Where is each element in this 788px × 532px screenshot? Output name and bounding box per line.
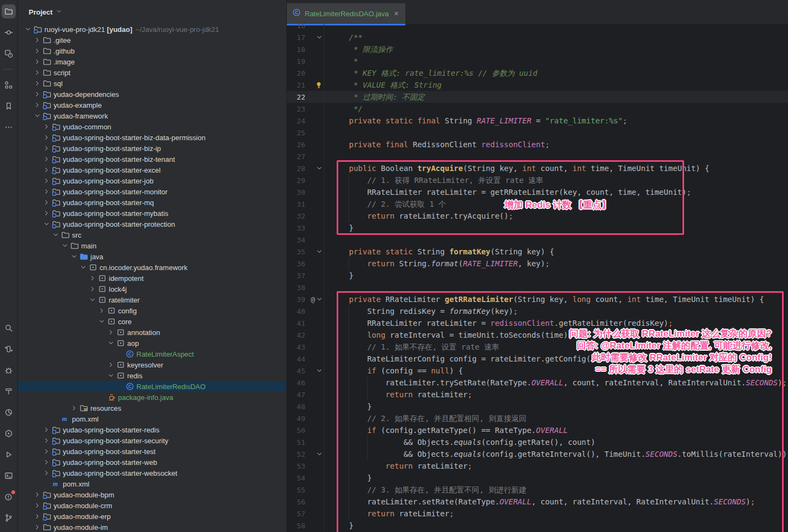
chevron-right-icon[interactable] <box>32 524 42 530</box>
chevron-right-icon[interactable] <box>42 437 51 444</box>
tree-item[interactable]: yudao-spring-boot-starter-biz-data-permi… <box>18 132 286 143</box>
code-line[interactable]: 17 /** <box>287 31 788 43</box>
tree-item[interactable]: ratelimiter <box>18 294 286 305</box>
code-line[interactable]: 19 * <box>287 55 788 67</box>
tree-item[interactable]: yudao-spring-boot-starter-websocket <box>18 468 286 478</box>
tree-item[interactable]: yudao-common <box>18 121 286 132</box>
code-line[interactable]: 18 * 限流操作 <box>287 43 788 55</box>
chevron-down-icon[interactable] <box>106 340 115 346</box>
tree-item[interactable]: .gitee <box>18 35 286 45</box>
tree-item[interactable]: main <box>18 240 286 251</box>
run-anything-icon[interactable] <box>2 342 16 356</box>
code-line[interactable]: 48 } <box>287 400 788 412</box>
tree-item[interactable]: keyresolver <box>18 359 286 370</box>
chevron-right-icon[interactable] <box>88 275 97 281</box>
code-line[interactable]: 39@ private RRateLimiter getRRateLimiter… <box>287 293 788 305</box>
chevron-right-icon[interactable] <box>32 48 42 54</box>
code-line[interactable]: 21 * VALUE 格式: String <box>287 79 788 91</box>
code-line[interactable]: 31 // 2. 尝试获取 1 个 <box>287 198 788 210</box>
tree-item[interactable]: yudao-spring-boot-starter-test <box>18 446 286 457</box>
code-line[interactable]: 38 <box>287 281 788 293</box>
tree-item[interactable]: java <box>18 251 286 262</box>
chevron-right-icon[interactable] <box>42 459 51 465</box>
chevron-right-icon[interactable] <box>97 307 106 314</box>
chevron-right-icon[interactable] <box>69 405 78 411</box>
tree-item[interactable]: yudao-spring-boot-starter-security <box>18 435 286 446</box>
code-editor[interactable]: 1617 /**18 * 限流操作19 *20 * KEY 格式: rate_l… <box>287 24 788 532</box>
chevron-down-icon[interactable] <box>69 253 78 260</box>
chevron-right-icon[interactable] <box>42 426 51 433</box>
structure-icon[interactable] <box>2 78 16 92</box>
tree-item[interactable]: resources <box>18 403 286 413</box>
tree-item[interactable]: yudao-spring-boot-starter-biz-ip <box>18 143 286 154</box>
commit-icon[interactable] <box>2 25 16 40</box>
tree-item[interactable]: aop <box>18 338 286 349</box>
tree-item[interactable]: mpom.xml <box>18 413 286 424</box>
chevron-right-icon[interactable] <box>32 502 42 509</box>
services-icon[interactable] <box>2 426 16 441</box>
chevron-right-icon[interactable] <box>42 178 51 184</box>
tree-item[interactable]: script <box>18 67 286 78</box>
fold-icon[interactable] <box>307 451 324 457</box>
code-line[interactable]: 29 // 1. 获得 RRateLimiter, 并设置 rate 速率 <box>287 174 788 186</box>
code-line[interactable]: 40 String redisKey = formatKey(key); <box>287 305 788 317</box>
fold-icon[interactable] <box>307 165 324 172</box>
code-line[interactable]: 47 return rateLimiter; <box>287 389 788 400</box>
tree-item[interactable]: yudao-spring-boot-starter-protection <box>18 219 286 229</box>
code-line[interactable]: 41 RRateLimiter rateLimiter = redissonCl… <box>287 317 788 329</box>
terminal-icon[interactable] <box>2 469 16 483</box>
code-line[interactable]: 25 <box>287 127 788 139</box>
code-line[interactable]: 42 long rateInterval = timeUnit.toSecond… <box>287 329 788 341</box>
fold-icon[interactable]: @ <box>307 295 324 304</box>
code-line[interactable]: 50 if (config.getRateType() == RateType.… <box>287 424 788 436</box>
profiler-icon[interactable] <box>2 405 16 419</box>
code-line[interactable]: 53 return rateLimiter; <box>287 460 788 472</box>
code-line[interactable]: 22 * 过期时间: 不固定 <box>287 91 788 103</box>
chevron-down-icon[interactable] <box>23 26 32 32</box>
intention-bulb-icon[interactable] <box>307 81 324 89</box>
code-line[interactable]: 20 * KEY 格式: rate_limiter:%s // 参数为 uuid <box>287 67 788 79</box>
code-line[interactable]: 35 private static String formatKey(Strin… <box>287 246 788 258</box>
fold-icon[interactable] <box>307 34 324 41</box>
chevron-right-icon[interactable] <box>32 91 42 97</box>
chevron-right-icon[interactable] <box>42 167 51 173</box>
tree-item[interactable]: sql <box>18 78 286 89</box>
code-line[interactable]: 52 && Objects.equals(config.getRateInter… <box>287 448 788 460</box>
chevron-down-icon[interactable] <box>88 297 97 303</box>
code-line[interactable]: 26 private final RedissonClient redisson… <box>287 139 788 150</box>
code-line[interactable]: 45 if (config == null) { <box>287 365 788 377</box>
chevron-right-icon[interactable] <box>32 58 42 65</box>
chevron-right-icon[interactable] <box>106 329 115 336</box>
bookmarks-icon[interactable] <box>2 99 16 113</box>
more-tool-windows-icon[interactable] <box>2 120 16 134</box>
chevron-right-icon[interactable] <box>42 470 51 476</box>
tree-item[interactable]: ruoyi-vue-pro-jdk21 [yudao]~/Java/ruoyi-… <box>18 24 286 35</box>
chevron-right-icon[interactable] <box>42 188 51 195</box>
tree-item[interactable]: yudao-example <box>18 100 286 110</box>
tree-item[interactable]: core <box>18 316 286 327</box>
fold-icon[interactable] <box>307 248 324 255</box>
chevron-right-icon[interactable] <box>42 145 51 152</box>
tree-item[interactable]: lock4j <box>18 284 286 294</box>
tree-item[interactable]: src <box>18 229 286 240</box>
chevron-right-icon[interactable] <box>32 80 42 87</box>
tree-item[interactable]: yudao-module-erp <box>18 511 286 522</box>
code-line[interactable]: 34 <box>287 234 788 246</box>
tree-item[interactable]: yudao-spring-boot-starter-monitor <box>18 186 286 197</box>
chevron-down-icon[interactable] <box>42 221 51 227</box>
debug-icon[interactable] <box>2 363 16 377</box>
code-line[interactable]: 24 private static final String RATE_LIMI… <box>287 115 788 127</box>
chevron-right-icon[interactable] <box>88 286 97 292</box>
tree-item[interactable]: yudao-module-im <box>18 522 286 532</box>
code-line[interactable]: 51 && Objects.equals(config.getRate(), c… <box>287 436 788 448</box>
tree-item[interactable]: redis <box>18 370 286 381</box>
chevron-down-icon[interactable] <box>60 242 69 249</box>
tree-item[interactable]: yudao-module-bpm <box>18 489 286 500</box>
tree-item[interactable]: yudao-spring-boot-starter-biz-tenant <box>18 154 286 165</box>
code-line[interactable]: 58 } <box>287 520 788 531</box>
tab-ratelimiterredisdao[interactable]: C RateLimiterRedisDAO.java × <box>287 3 405 24</box>
chevron-right-icon[interactable] <box>42 123 51 130</box>
chevron-right-icon[interactable] <box>32 37 42 43</box>
tree-item[interactable]: annotation <box>18 327 286 338</box>
chevron-right-icon[interactable] <box>32 69 42 76</box>
